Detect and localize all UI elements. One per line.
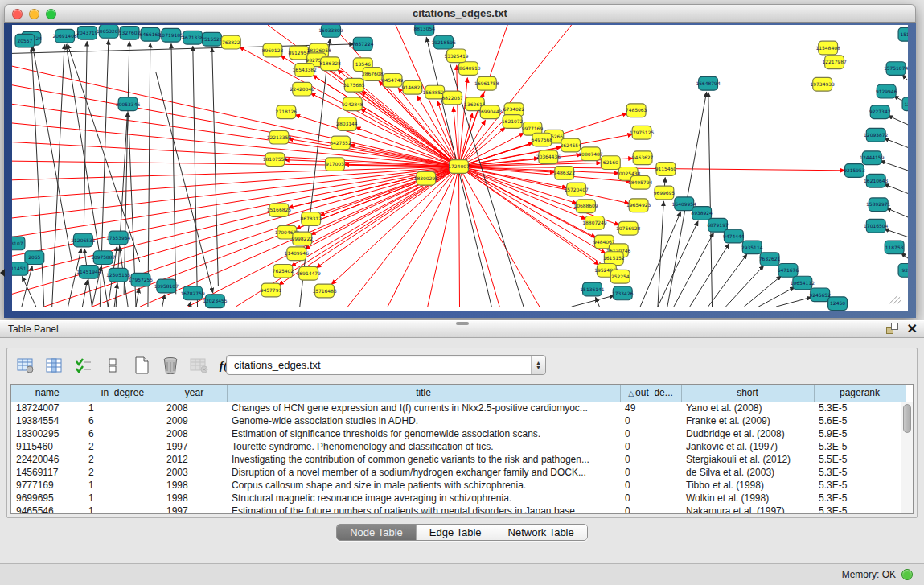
graph-node[interactable]: 17957255 [129,273,154,286]
table-cell[interactable]: 2009 [162,414,227,427]
table-cell[interactable]: 22420046 [11,453,84,466]
table-row[interactable]: 946554611997Estimation of the future num… [11,505,906,514]
graph-node[interactable]: 18495794 [628,175,653,189]
table-cell[interactable]: 5.3E-5 [814,466,906,479]
table-cell[interactable]: 0 [620,466,681,479]
table-cell[interactable]: 9699695 [11,492,84,505]
graph-node[interactable]: 9129946 [876,84,897,98]
table-cell[interactable]: Estimation of the future numbers of pati… [227,505,620,514]
table-row[interactable]: 1872400712008Changes of HCN gene express… [11,402,906,414]
graph-node[interactable]: 9245 [898,264,908,278]
table-cell[interactable]: 5.5E-5 [814,453,906,466]
table-cell[interactable]: 1 [84,505,162,514]
table-cell[interactable]: 5.3E-5 [814,402,906,414]
graph-node[interactable]: 20691406 [52,29,77,43]
table-cell[interactable]: 0 [620,414,681,427]
graph-node[interactable]: 10756928 [616,221,641,235]
table-row[interactable]: 911546021997Tourette syndrome. Phenomeno… [11,440,906,453]
graph-node[interactable]: 7632621 [759,253,781,266]
table-cell[interactable]: 1997 [162,440,227,453]
panel-collapse-arrow-icon[interactable] [0,269,5,277]
table-cell[interactable]: 0 [620,453,681,466]
graph-node[interactable]: 12023455 [203,295,228,308]
graph-node[interactable]: 9242848 [342,97,363,111]
graph-node[interactable]: 19734933 [811,77,836,91]
table-cell[interactable]: 1 [84,479,162,492]
graph-node[interactable]: 12450 [828,297,848,311]
table-cell[interactable]: 18724007 [11,402,84,414]
graph-node[interactable]: 12213359 [267,130,292,144]
tab-edge-table[interactable]: Edge Table [417,525,495,540]
combo-stepper-icon[interactable]: ▲▼ [531,356,545,374]
graph-node[interactable]: 16961758 [474,76,499,90]
table-cell[interactable]: 1998 [162,479,227,492]
table-cell[interactable]: Stergiakouli et al. (2012) [681,453,814,466]
graph-node[interactable]: 9463627 [632,151,654,165]
table-cell[interactable]: Franke et al. (2009) [681,414,814,427]
table-cell[interactable]: 2 [84,466,162,479]
table-cell[interactable]: 2 [84,453,162,466]
column-header-short[interactable]: short [681,385,814,402]
hub-node[interactable]: 1724007 [448,160,470,174]
table-cell[interactable]: 0 [620,492,681,505]
graph-node[interactable]: 1733426 [612,286,634,300]
graph-node[interactable]: 7485063 [626,104,647,117]
table-cell[interactable]: Genome-wide association studies in ADHD. [227,414,620,427]
table-cell[interactable]: 14569117 [11,466,84,479]
graph-node[interactable]: 15166825 [267,204,292,217]
graph-node[interactable]: 16210643 [864,174,889,187]
graph-node[interactable]: 7486322 [553,167,575,180]
graph-node[interactable]: 11548408 [815,41,840,55]
table-cell[interactable]: 5.3E-5 [814,479,906,492]
table-cell[interactable]: Changes of HCN gene expression and I(f) … [227,402,620,414]
table-scrollbar-thumb[interactable] [903,404,911,433]
table-settings-button[interactable] [14,354,38,377]
table-row[interactable]: 2242004622012Investigating the contribut… [11,453,906,466]
graph-node[interactable]: 20364436 [536,150,561,164]
graph-node[interactable]: 17353934 [106,231,131,245]
table-cell[interactable]: Jankovic et al. (1997) [681,440,814,453]
network-canvas[interactable]: 4955724206914062043719106532671327602646… [12,25,908,311]
table-cell[interactable]: 0 [620,440,681,453]
graph-node[interactable]: 4671338 [182,31,203,44]
graph-node[interactable]: 7625402 [273,264,294,278]
table-cell[interactable]: 5.6E-5 [814,414,906,427]
graph-node[interactable]: 252254 [610,270,630,283]
table-row[interactable]: 969969511998Structural magnetic resonanc… [11,492,906,505]
table-cell[interactable]: 9777169 [11,479,84,492]
graph-node[interactable]: 12744 [902,97,908,111]
graph-node[interactable]: 19654923 [626,199,651,212]
select-columns-button[interactable] [72,354,96,377]
graph-node[interactable]: 10975887 [91,251,116,265]
graph-node[interactable]: 2935114 [741,241,763,254]
graph-node[interactable]: 12217987 [822,56,847,69]
table-cell[interactable]: 2003 [162,466,227,479]
close-window-icon[interactable] [12,9,23,19]
graph-node[interactable]: 20557 [15,34,35,47]
graph-node[interactable]: 9115460 [655,163,677,176]
graph-node[interactable]: 10654112 [791,276,815,290]
graph-node[interactable]: 8938924 [691,207,713,220]
graph-node[interactable]: 16033809 [318,25,343,37]
table-cell[interactable]: Structural magnetic resonance image aver… [227,492,620,505]
table-cell[interactable]: 5.3E-5 [814,440,906,453]
table-cell[interactable]: Corpus callosum shape and size in male p… [227,479,620,492]
table-cell[interactable]: 6 [84,414,162,427]
table-cell[interactable]: 5.3E-5 [814,505,906,514]
table-cell[interactable]: 2008 [162,427,227,440]
graph-node[interactable]: 2867608 [362,68,384,81]
node-table-grid[interactable]: namein_degreeyeartitle△out_de...shortpag… [11,385,906,514]
graph-node[interactable]: 8822037 [441,91,463,105]
graph-node[interactable]: 15716485 [312,284,337,298]
table-cell[interactable]: Wolkin et al. (1998) [681,492,814,505]
zoom-window-icon[interactable] [46,9,56,19]
graph-node[interactable]: 22420046 [290,82,315,96]
table-cell[interactable]: Estimation of significance thresholds fo… [227,427,620,440]
graph-node[interactable]: 9227342 [869,105,891,119]
graph-node[interactable]: 6471676 [778,264,799,278]
graph-node[interactable]: 10653267 [97,25,121,38]
table-row[interactable]: 1938455462009Genome-wide association stu… [11,414,906,427]
tab-node-table[interactable]: Node Table [337,525,417,540]
table-cell[interactable]: 18300295 [11,427,84,440]
create-table-button[interactable] [129,354,154,377]
